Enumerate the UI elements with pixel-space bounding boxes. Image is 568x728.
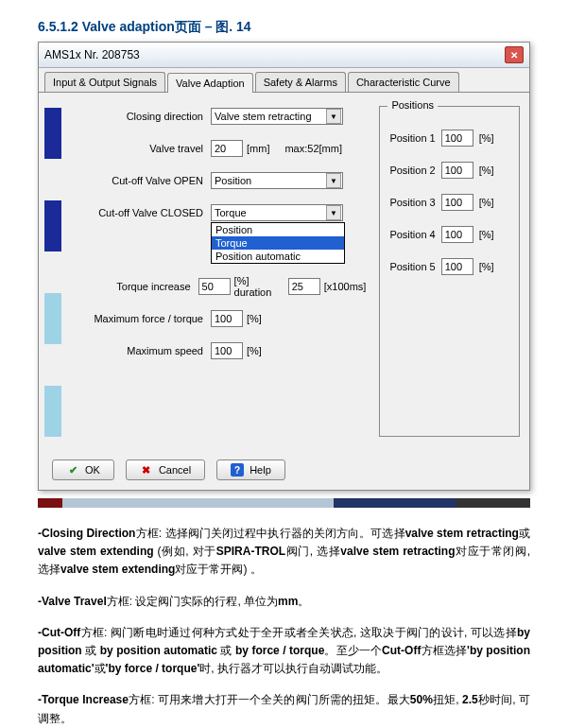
ok-button[interactable]: ✔OK: [52, 459, 114, 480]
form-area: Closing direction Valve stem retracting …: [69, 106, 366, 437]
positions-group: Positions Position 1[%] Position 2[%] Po…: [379, 106, 520, 437]
titlebar: AMS1x Nr. 208753 ✕: [39, 43, 529, 68]
chevron-down-icon: ▼: [326, 205, 341, 220]
close-icon[interactable]: ✕: [505, 46, 524, 63]
torque-increase-input[interactable]: [198, 278, 231, 295]
button-label: Help: [250, 464, 271, 476]
select-value: Valve stem retracting: [215, 111, 312, 122]
unit-label: [%]: [479, 165, 494, 176]
position-label: Position 3: [389, 197, 435, 208]
position-3-input[interactable]: [441, 194, 473, 211]
tab-strip: Input & Output Signals Valve Adaption Sa…: [39, 68, 529, 93]
unit-label: [%]: [479, 197, 494, 208]
color-block: [44, 293, 61, 344]
unit-label: [%]: [479, 261, 494, 272]
color-indicator-column: [44, 106, 61, 437]
torque-duration-input[interactable]: [288, 278, 320, 295]
tab-io-signals[interactable]: Input & Output Signals: [44, 72, 165, 92]
cross-icon: ✖: [140, 463, 153, 477]
unit-label: [%]: [479, 229, 494, 240]
position-label: Position 4: [389, 229, 435, 240]
cutoff-closed-label: Cut-off Valve CLOSED: [69, 207, 211, 218]
dropdown-option[interactable]: Torque: [212, 236, 344, 250]
desc-cutoff: -Cut-Off方框: 阀门断电时通过何种方式处于全开或者全关状态, 这取决于阀…: [38, 624, 530, 679]
valve-travel-label: Valve travel: [69, 143, 211, 154]
cancel-button[interactable]: ✖Cancel: [126, 459, 205, 480]
dialog-window: AMS1x Nr. 208753 ✕ Input & Output Signal…: [38, 42, 530, 491]
position-5-input[interactable]: [441, 258, 473, 275]
button-label: Cancel: [159, 464, 191, 476]
max-force-input[interactable]: [211, 310, 243, 327]
max-label: max:52[mm]: [284, 143, 342, 154]
cutoff-open-label: Cut-off Valve OPEN: [69, 175, 211, 186]
unit-label: [x100ms]: [324, 281, 367, 292]
position-label: Position 1: [389, 132, 435, 144]
unit-label: [%] duration: [234, 275, 284, 298]
group-title: Positions: [387, 99, 438, 111]
select-value: Torque: [215, 207, 247, 218]
position-1-input[interactable]: [441, 130, 473, 147]
unit-label: [mm]: [247, 143, 269, 154]
max-speed-label: Maximum speed: [69, 345, 211, 356]
color-block: [44, 108, 61, 159]
tab-safety-alarms[interactable]: Safety & Alarms: [255, 72, 346, 92]
color-block: [44, 386, 61, 437]
help-button[interactable]: ?Help: [216, 459, 285, 480]
chevron-down-icon: ▼: [326, 109, 341, 124]
unit-label: [%]: [247, 313, 262, 324]
cutoff-closed-select[interactable]: Torque ▼ Position Torque Position automa…: [211, 204, 343, 221]
select-value: Position: [215, 175, 251, 186]
torque-increase-label: Torque increase: [69, 281, 198, 292]
dropdown-option[interactable]: Position automatic: [212, 250, 344, 263]
color-block: [44, 200, 61, 251]
chevron-down-icon: ▼: [326, 173, 341, 188]
button-bar: ✔OK ✖Cancel ?Help: [39, 450, 529, 490]
dropdown-list: Position Torque Position automatic: [211, 222, 345, 264]
cutoff-open-select[interactable]: Position ▼: [211, 172, 343, 189]
max-speed-input[interactable]: [211, 342, 243, 359]
check-icon: ✔: [66, 463, 79, 477]
position-2-input[interactable]: [441, 162, 473, 179]
position-label: Position 2: [389, 165, 435, 176]
unit-label: [%]: [479, 132, 494, 144]
window-title: AMS1x Nr. 208753: [44, 48, 140, 61]
desc-closing-direction: -Closing Direction方框: 选择阀门关闭过程中执行器的关闭方向。…: [38, 525, 530, 580]
decorative-strip: [38, 498, 530, 508]
closing-direction-select[interactable]: Valve stem retracting ▼: [211, 108, 343, 125]
button-label: OK: [85, 464, 100, 476]
position-label: Position 5: [389, 261, 435, 272]
valve-travel-input[interactable]: [211, 140, 243, 157]
closing-direction-label: Closing direction: [69, 111, 211, 122]
dropdown-option[interactable]: Position: [212, 223, 344, 236]
section-heading: 6.5.1.2 Valve adaption页面 – 图. 14: [38, 19, 530, 36]
tab-characteristic-curve[interactable]: Characteristic Curve: [348, 72, 459, 92]
desc-torque-increase: -Torque Increase方框: 可用来增大打开一个全关的阀门所需的扭矩。…: [38, 691, 530, 727]
max-force-label: Maximum force / torque: [69, 313, 211, 324]
help-icon: ?: [231, 463, 244, 477]
position-4-input[interactable]: [441, 226, 473, 243]
tab-valve-adaption[interactable]: Valve Adaption: [167, 73, 253, 93]
unit-label: [%]: [247, 345, 262, 356]
desc-valve-travel: -Valve Travel方框: 设定阀门实际的行程, 单位为mm。: [38, 593, 530, 611]
